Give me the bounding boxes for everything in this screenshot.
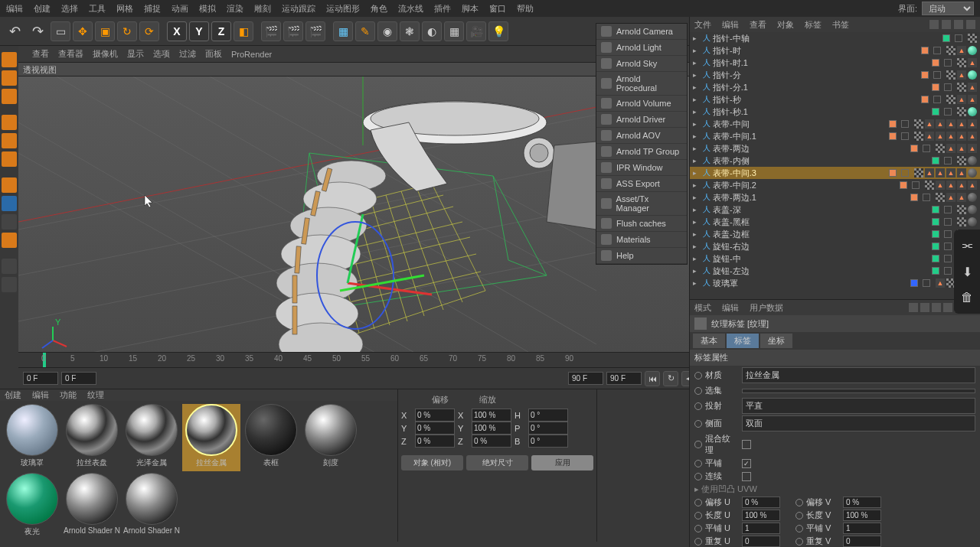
object-玻璃罩[interactable]: ▸人玻璃罩▲▲: [690, 277, 980, 289]
omgr-tab-对象[interactable]: 对象: [777, 19, 794, 31]
move-tool[interactable]: ✥: [73, 21, 93, 41]
object-旋钮-中[interactable]: ▸人旋钮-中: [690, 252, 980, 265]
vpmenu-显示[interactable]: 显示: [127, 48, 144, 60]
menu-脚本[interactable]: 脚本: [462, 3, 479, 15]
redo-icon[interactable]: ↷: [28, 21, 47, 41]
material-刻度[interactable]: 刻度: [302, 404, 360, 471]
arnold-arnold-driver[interactable]: Arnold Driver: [596, 112, 687, 128]
render-settings[interactable]: 🎬: [305, 21, 325, 41]
arnold-arnold-tp-group[interactable]: Arnold TP Group: [596, 144, 687, 160]
object-表带-两边[interactable]: ▸人表带-两边▲▲▲: [690, 142, 980, 155]
tool-a[interactable]: [2, 177, 17, 193]
attr-menu-编辑[interactable]: 编辑: [722, 302, 739, 314]
object-表盖-边框[interactable]: ▸人表盖-边框: [690, 228, 980, 240]
side-field[interactable]: 双面: [742, 415, 975, 431]
frame-start[interactable]: [23, 372, 58, 385]
menu-捕捉[interactable]: 捕捉: [144, 3, 161, 15]
layout-select[interactable]: 启动: [922, 2, 974, 15]
model-mode[interactable]: [2, 52, 17, 67]
scale-tool[interactable]: ▣: [95, 21, 115, 41]
btn-apply[interactable]: 应用: [531, 455, 593, 470]
arnold-arnold-volume[interactable]: Arnold Volume: [596, 96, 687, 112]
material-夜光[interactable]: 夜光: [3, 473, 61, 540]
z-axis-toggle[interactable]: Z: [211, 21, 231, 41]
omgr-tab-文件[interactable]: 文件: [694, 19, 711, 31]
object-指针-分.1[interactable]: ▸人指针-分.1▲: [690, 81, 980, 93]
material-field[interactable]: 拉丝金属: [742, 367, 975, 383]
omgr-tab-标签[interactable]: 标签: [805, 19, 822, 31]
btn-abs[interactable]: 绝对尺寸: [466, 455, 528, 470]
material-拉丝表盘[interactable]: 拉丝表盘: [63, 404, 121, 471]
environment[interactable]: ◐: [422, 21, 442, 41]
download-icon[interactable]: ⬇: [959, 263, 975, 280]
goto-start[interactable]: ⏮: [645, 371, 660, 386]
arnold-arnold-sky[interactable]: Arnold Sky: [596, 56, 687, 72]
arnold-arnold-aov[interactable]: Arnold AOV: [596, 128, 687, 144]
tool-b[interactable]: [2, 196, 17, 211]
vpmenu-查看[interactable]: 查看: [32, 48, 49, 60]
tool-e[interactable]: [2, 259, 17, 274]
attr-tab-坐标[interactable]: 坐标: [760, 334, 792, 348]
rotate-tool[interactable]: ↻: [117, 21, 137, 41]
omgr-home-icon[interactable]: [942, 20, 951, 29]
object-mode[interactable]: [2, 70, 17, 86]
matmenu-功能[interactable]: 功能: [60, 389, 77, 401]
rep-u[interactable]: [742, 536, 780, 547]
arnold-help[interactable]: Help: [596, 248, 687, 264]
spline-tool[interactable]: ✎: [355, 21, 375, 41]
object-指针-时.1[interactable]: ▸人指针-时.1▲: [690, 57, 980, 69]
object-旋钮-左边[interactable]: ▸人旋钮-左边: [690, 265, 980, 277]
omgr-search-icon[interactable]: [929, 20, 939, 29]
texture-mode[interactable]: [2, 89, 17, 104]
object-表带-中间.1[interactable]: ▸人表带-中间.1▲▲▲▲▲: [690, 130, 980, 142]
coord-toggle[interactable]: ◧: [234, 21, 253, 41]
menu-网格[interactable]: 网格: [116, 3, 133, 15]
arnold-arnold-light[interactable]: Arnold Light: [596, 40, 687, 56]
attr-tab-标签[interactable]: 标签: [727, 334, 759, 348]
arnold-flush-caches[interactable]: Flush caches: [596, 216, 687, 232]
attr-tab-基本[interactable]: 基本: [693, 334, 725, 348]
attr-menu-用户数据[interactable]: 用户数据: [750, 302, 783, 314]
menu-窗口[interactable]: 窗口: [489, 3, 506, 15]
selection-field[interactable]: [742, 389, 975, 393]
omgr-tab-书签[interactable]: 书签: [832, 19, 849, 31]
edge-mode[interactable]: [2, 133, 17, 148]
object-指针-秒[interactable]: ▸人指针-秒▲▲: [690, 93, 980, 106]
frame-end[interactable]: [568, 372, 603, 385]
camera[interactable]: ▦: [444, 21, 464, 41]
matmenu-编辑[interactable]: 编辑: [32, 389, 49, 401]
render-view[interactable]: 🎬: [261, 21, 281, 41]
generator[interactable]: ◉: [377, 21, 397, 41]
tool-d[interactable]: [2, 233, 17, 248]
omgr-tab-查看[interactable]: 查看: [750, 19, 766, 31]
vpmenu-ProRender[interactable]: ProRender: [231, 50, 272, 59]
object-指针-时[interactable]: ▸人指针-时▲: [690, 44, 980, 57]
object-表带-中间.2[interactable]: ▸人表带-中间.2▲▲▲▲: [690, 179, 980, 191]
tool-f[interactable]: [2, 277, 17, 292]
menu-角色[interactable]: 角色: [371, 3, 387, 15]
btn-relative[interactable]: 对象 (相对): [401, 455, 463, 470]
menu-动画[interactable]: 动画: [172, 3, 188, 15]
omgr-eye-icon[interactable]: [954, 20, 963, 29]
rep-v[interactable]: [843, 536, 881, 547]
vpmenu-摄像机[interactable]: 摄像机: [93, 48, 118, 60]
arnold-materials[interactable]: Materials: [596, 232, 687, 248]
bulb-icon[interactable]: 💡: [488, 21, 508, 41]
material-表框[interactable]: 表框: [242, 404, 300, 471]
menu-渲染[interactable]: 渲染: [227, 3, 243, 15]
light[interactable]: 🎥: [466, 21, 486, 41]
menu-模拟[interactable]: 模拟: [199, 3, 216, 15]
projection-field[interactable]: 平直: [742, 398, 975, 414]
material-Arnold Shader N[interactable]: Arnold Shader N: [63, 473, 121, 540]
object-表盖-深[interactable]: ▸人表盖-深: [690, 203, 980, 216]
vpmenu-选项[interactable]: 选项: [153, 48, 170, 60]
offset-u[interactable]: [742, 497, 780, 508]
share-icon[interactable]: ⫘: [959, 237, 975, 254]
cube-primitive[interactable]: ▦: [333, 21, 353, 41]
matmenu-创建[interactable]: 创建: [5, 389, 21, 401]
tile-u[interactable]: [742, 523, 780, 534]
attr-back[interactable]: [909, 303, 918, 312]
material-光泽金属[interactable]: 光泽金属: [122, 404, 181, 471]
mix-check[interactable]: [742, 440, 751, 449]
menu-工具[interactable]: 工具: [89, 3, 106, 15]
